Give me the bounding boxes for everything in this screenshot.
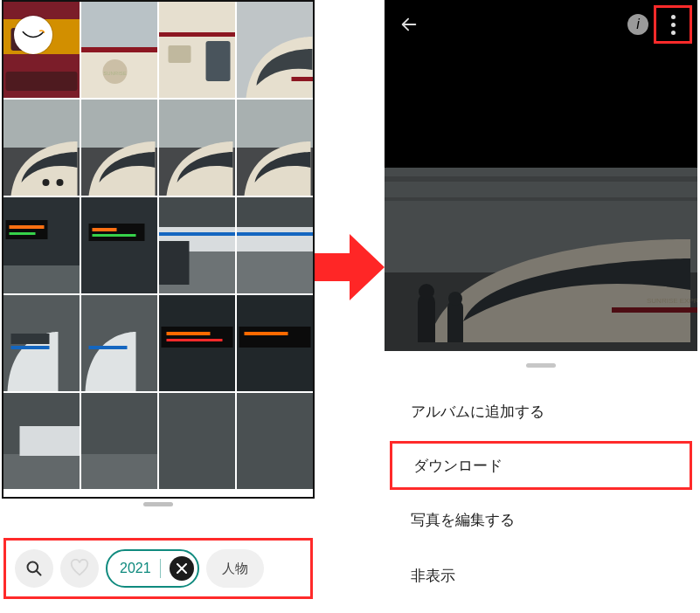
left-phone-gallery: SUNRISE 木, <box>2 0 315 611</box>
filter-bar: 2021 人物 <box>3 538 313 599</box>
arrow-left-icon <box>399 15 419 34</box>
svg-rect-50 <box>167 332 211 335</box>
thumb[interactable] <box>159 2 235 98</box>
drag-handle[interactable] <box>143 502 173 506</box>
svg-rect-2 <box>6 72 78 91</box>
svg-rect-60 <box>159 393 235 489</box>
svg-rect-44 <box>11 346 50 349</box>
svg-rect-69 <box>385 197 697 201</box>
svg-rect-37 <box>159 232 235 236</box>
svg-rect-45 <box>11 334 50 344</box>
more-vertical-icon <box>671 15 676 19</box>
svg-rect-12 <box>169 45 191 63</box>
menu-edit-photo[interactable]: 写真を編集する <box>385 492 697 548</box>
thumb[interactable] <box>237 295 313 391</box>
menu-download[interactable]: ダウンロード <box>390 441 692 490</box>
chip-separator <box>160 559 161 578</box>
svg-point-18 <box>57 179 64 186</box>
svg-rect-47 <box>89 346 128 349</box>
svg-rect-4 <box>81 2 157 50</box>
thumb[interactable] <box>237 100 313 196</box>
thumb[interactable] <box>159 393 235 489</box>
chip-clear-button[interactable] <box>170 556 194 581</box>
overflow-menu-button[interactable] <box>654 5 692 44</box>
svg-rect-59 <box>81 454 157 489</box>
thumb[interactable] <box>159 100 235 196</box>
thumb[interactable] <box>81 197 157 293</box>
svg-rect-54 <box>245 332 288 335</box>
thumb[interactable] <box>237 2 313 98</box>
svg-rect-61 <box>237 393 313 489</box>
svg-point-72 <box>448 292 462 306</box>
thumb[interactable] <box>81 100 157 196</box>
thumb[interactable] <box>237 393 313 489</box>
svg-point-71 <box>419 284 434 300</box>
thumb[interactable] <box>81 393 157 489</box>
thumb[interactable] <box>159 295 235 391</box>
thumb[interactable] <box>237 197 313 293</box>
svg-rect-10 <box>159 32 235 37</box>
svg-rect-56 <box>3 454 80 489</box>
svg-rect-68 <box>385 176 697 182</box>
svg-rect-32 <box>93 228 117 231</box>
svg-rect-29 <box>3 265 80 293</box>
svg-rect-49 <box>162 327 233 348</box>
svg-rect-27 <box>10 225 45 229</box>
menu-add-to-album[interactable]: アルバムに追加する <box>385 383 697 439</box>
people-filter-pill[interactable]: 人物 <box>206 549 264 588</box>
svg-rect-41 <box>237 227 313 251</box>
thumb[interactable]: SUNRISE <box>81 2 157 98</box>
top-bar: i <box>385 0 697 49</box>
svg-rect-11 <box>206 41 231 81</box>
photo-grid[interactable]: SUNRISE <box>2 0 315 499</box>
sheet-drag-handle[interactable] <box>526 363 556 368</box>
menu-hide[interactable]: 非表示 <box>385 548 697 603</box>
svg-rect-53 <box>239 327 311 348</box>
svg-rect-21 <box>159 100 235 148</box>
svg-rect-19 <box>81 100 157 148</box>
svg-rect-14 <box>292 77 314 81</box>
thumb[interactable] <box>3 197 80 293</box>
menu-label: 非表示 <box>411 566 455 586</box>
svg-rect-38 <box>159 241 190 285</box>
search-icon <box>25 560 43 577</box>
heart-icon <box>70 559 89 578</box>
year-filter-chip[interactable]: 2021 <box>106 549 199 588</box>
svg-rect-31 <box>89 224 145 241</box>
svg-rect-57 <box>20 426 80 456</box>
svg-rect-40 <box>237 250 313 293</box>
info-icon: i <box>636 17 640 32</box>
right-phone-viewer: i <box>385 0 697 611</box>
thumb[interactable] <box>3 295 80 391</box>
back-button[interactable] <box>393 9 425 40</box>
viewer-black-fill <box>385 49 697 168</box>
menu-label: 写真を編集する <box>411 510 515 530</box>
svg-rect-23 <box>237 100 313 148</box>
photo-preview[interactable]: SUNRISE EXPRESS <box>385 168 697 351</box>
svg-point-17 <box>43 179 50 186</box>
svg-rect-70 <box>612 307 697 313</box>
chip-label: 2021 <box>120 561 151 576</box>
thumb[interactable] <box>3 100 80 196</box>
more-vertical-icon <box>671 31 676 35</box>
svg-text:SUNRISE EXPRESS: SUNRISE EXPRESS <box>647 297 697 305</box>
menu-label: アルバムに追加する <box>411 402 544 422</box>
svg-text:SUNRISE: SUNRISE <box>103 71 127 76</box>
more-vertical-icon <box>671 23 676 27</box>
info-button[interactable]: i <box>627 14 648 35</box>
thumb[interactable] <box>159 197 235 293</box>
svg-rect-26 <box>6 220 48 239</box>
svg-rect-6 <box>81 47 157 52</box>
svg-line-63 <box>37 571 41 575</box>
action-sheet: アルバムに追加する ダウンロード 写真を編集する 非表示 <box>385 375 697 612</box>
svg-rect-15 <box>3 100 80 148</box>
account-avatar[interactable] <box>14 16 52 54</box>
favorites-button[interactable] <box>60 549 99 588</box>
svg-rect-30 <box>81 197 157 293</box>
thumb[interactable] <box>81 295 157 391</box>
thumb[interactable] <box>3 393 80 489</box>
menu-label: ダウンロード <box>413 456 502 476</box>
svg-rect-51 <box>167 339 223 341</box>
search-button[interactable] <box>15 549 53 588</box>
close-icon <box>177 563 187 574</box>
